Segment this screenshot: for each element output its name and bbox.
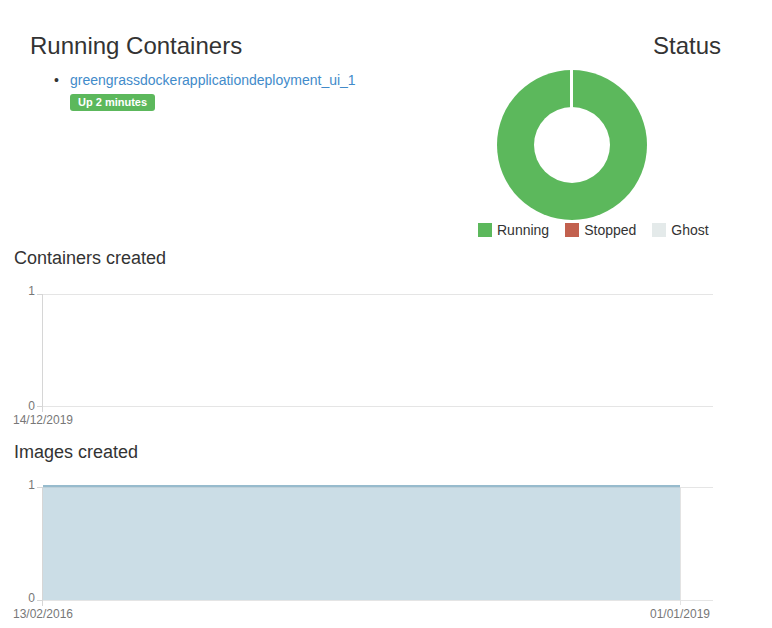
container-link[interactable]: greengrassdockerapplicationdeployment_ui… [70, 72, 356, 88]
ghost-swatch-icon [652, 223, 666, 237]
legend-label-stopped: Stopped [584, 222, 636, 238]
donut-segment-gap [570, 70, 573, 110]
images-gridline-bottom [43, 600, 713, 601]
containers-y-tick-1 [37, 294, 42, 295]
images-x-label-start: 13/02/2016 [0, 607, 93, 621]
legend-label-running: Running [497, 222, 549, 238]
containers-x-label: 14/12/2019 [0, 413, 93, 427]
containers-y-label-min: 0 [11, 399, 35, 413]
legend-item-running: Running [478, 222, 549, 238]
containers-x-tick [42, 406, 43, 412]
legend-item-stopped: Stopped [565, 222, 636, 238]
images-y-label-max: 1 [11, 478, 35, 492]
images-vertical-gridline [680, 487, 681, 605]
containers-gridline-top [43, 294, 713, 295]
images-y-label-min: 0 [11, 591, 35, 605]
status-title: Status [653, 33, 721, 59]
bullet-icon: • [54, 72, 59, 88]
legend-item-ghost: Ghost [652, 222, 708, 238]
stopped-swatch-icon [565, 223, 579, 237]
containers-created-title: Containers created [14, 248, 166, 268]
status-donut-chart [497, 70, 647, 220]
status-legend: Running Stopped Ghost [478, 222, 709, 238]
running-swatch-icon [478, 223, 492, 237]
containers-y-axis-line [42, 294, 43, 407]
images-x-tick-left [42, 600, 43, 606]
running-containers-title: Running Containers [30, 33, 242, 59]
dashboard-page: Running Containers • greengrassdockerapp… [0, 0, 772, 628]
legend-label-ghost: Ghost [671, 222, 708, 238]
status-badge: Up 2 minutes [70, 94, 155, 111]
containers-gridline-bottom [43, 406, 713, 407]
images-created-title: Images created [14, 442, 138, 462]
containers-y-label-max: 1 [11, 284, 35, 298]
images-area-fill [43, 485, 680, 600]
donut-hole [534, 107, 610, 183]
images-x-label-end: 01/01/2019 [630, 607, 730, 621]
images-y-tick-1 [37, 487, 42, 488]
